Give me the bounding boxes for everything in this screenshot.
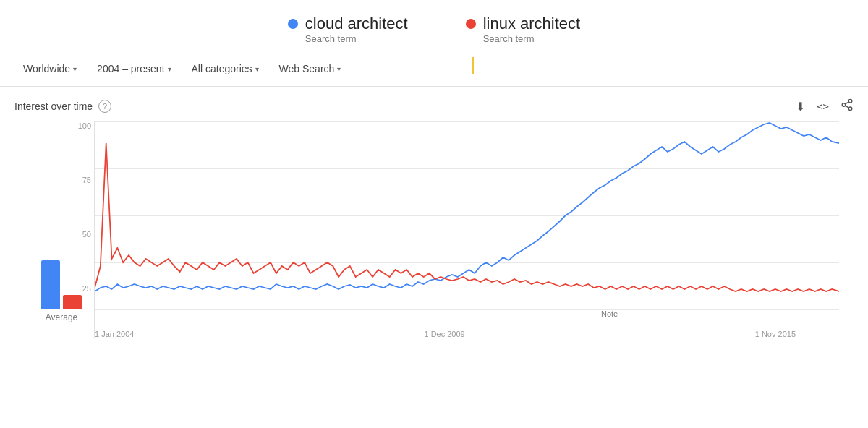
chart-actions: ⬇ <> (796, 98, 854, 114)
svg-point-2 (848, 107, 852, 111)
x-label-2004: 1 Jan 2004 (95, 330, 134, 338)
help-icon[interactable]: ? (98, 100, 111, 113)
yellow-indicator (472, 57, 474, 74)
region-arrow-icon: ▾ (73, 65, 77, 73)
y-label-100: 100 (66, 121, 91, 130)
x-label-2015: 1 Nov 2015 (755, 330, 796, 338)
region-filter[interactable]: Worldwide ▾ (14, 59, 85, 79)
x-label-2009: 1 Dec 2009 (424, 330, 464, 338)
category-label: All categories (192, 63, 252, 74)
chart-title: Interest over time (14, 100, 93, 112)
chart-section: Interest over time ? ⬇ <> (0, 87, 868, 367)
period-arrow-icon: ▾ (168, 65, 171, 73)
svg-line-3 (845, 106, 848, 108)
region-label: Worldwide (23, 63, 70, 74)
x-axis: 1 Jan 2004 1 Dec 2009 1 Nov 2015 (95, 330, 839, 338)
category-filter[interactable]: All categories ▾ (183, 59, 268, 79)
search-type-filter[interactable]: Web Search ▾ (271, 59, 350, 79)
y-axis: 100 75 50 25 (66, 121, 91, 338)
y-label-75: 75 (66, 176, 91, 184)
main-chart: 100 75 50 25 (94, 121, 839, 338)
chart-header: Interest over time ? ⬇ <> (14, 98, 854, 114)
legend-term-2: linux architect (483, 14, 581, 33)
search-type-arrow-icon: ▾ (337, 65, 341, 73)
legend-item-1: cloud architect Search term (288, 14, 408, 44)
y-label-25: 25 (66, 284, 91, 293)
blue-line (95, 123, 839, 291)
grid-line-0 (95, 309, 839, 310)
chart-container: Average 100 75 50 25 (29, 121, 839, 367)
legend-subtitle-2: Search term (483, 33, 535, 44)
share-icon[interactable] (841, 98, 854, 114)
svg-point-0 (848, 100, 852, 103)
chart-title-group: Interest over time ? (14, 100, 111, 113)
legend-item-2: linux architect Search term (466, 14, 581, 44)
download-icon[interactable]: ⬇ (796, 100, 805, 114)
note-label: Note (601, 309, 618, 318)
legend-container: cloud architect Search term linux archit… (0, 0, 868, 51)
red-line (95, 143, 839, 291)
svg-line-4 (845, 102, 848, 104)
search-type-label: Web Search (279, 63, 335, 74)
legend-subtitle-1: Search term (305, 33, 357, 44)
period-filter[interactable]: 2004 – present ▾ (88, 59, 179, 79)
embed-icon[interactable]: <> (817, 100, 829, 112)
chart-inner: Average 100 75 50 25 (29, 121, 839, 338)
category-arrow-icon: ▾ (255, 65, 259, 73)
y-label-50: 50 (66, 230, 91, 239)
svg-point-1 (842, 103, 846, 107)
legend-dot-red (466, 19, 476, 29)
legend-dot-blue (288, 19, 298, 29)
avg-bar-blue (41, 260, 60, 309)
period-label: 2004 – present (97, 63, 164, 74)
chart-svg (95, 121, 839, 309)
legend-term-1: cloud architect (305, 14, 408, 33)
filters-row: Worldwide ▾ 2004 – present ▾ All categor… (0, 51, 868, 87)
